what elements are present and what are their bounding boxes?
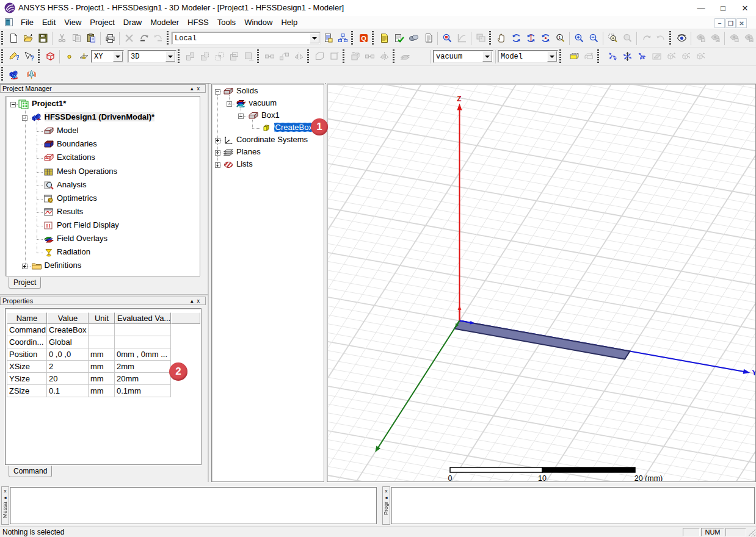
- coordinate-system-combo[interactable]: Local: [172, 32, 321, 45]
- draw-plane-button[interactable]: [77, 49, 91, 64]
- antenna-toolkit-button[interactable]: [24, 67, 38, 82]
- toolbar-grip[interactable]: [343, 49, 345, 64]
- prop-position-value[interactable]: 0 ,0 ,0: [47, 348, 89, 361]
- modeler-tree-item-createbox[interactable]: CreateBox: [274, 123, 314, 132]
- save-button[interactable]: [36, 31, 50, 46]
- print-button[interactable]: [103, 31, 117, 46]
- toolbar-grip[interactable]: [38, 49, 40, 64]
- move-button[interactable]: [606, 49, 620, 64]
- prop-coordin-value[interactable]: Global: [47, 336, 89, 348]
- drawing-plane-combo[interactable]: XY: [91, 50, 124, 63]
- project-tree-item-mesh-operations[interactable]: Mesh Operations: [57, 167, 117, 176]
- project-tree-item-definitions[interactable]: Definitions: [45, 261, 82, 270]
- hide-selection-all-button[interactable]: [708, 31, 722, 46]
- box-orient-2-button[interactable]: [679, 49, 693, 64]
- toolbar-grip[interactable]: [1, 49, 4, 64]
- menu-draw[interactable]: Draw: [119, 16, 146, 28]
- edit-notes-button[interactable]: [377, 31, 391, 46]
- window-maximize-button[interactable]: □: [712, 0, 734, 16]
- menu-file[interactable]: File: [16, 16, 38, 28]
- menu-hfss[interactable]: HFSS: [183, 16, 213, 28]
- message-manager-titlebar[interactable]: x ◄ Messa: [1, 486, 9, 525]
- draw-point-button[interactable]: [62, 49, 76, 64]
- toolbar-grip[interactable]: [597, 49, 600, 64]
- prop-command-unit[interactable]: [89, 324, 115, 336]
- prop-position-unit[interactable]: mm: [89, 348, 115, 361]
- project-tree-item-analysis[interactable]: Analysis: [57, 180, 86, 189]
- toolbar-grip[interactable]: [1, 67, 4, 82]
- mirror-duplicate-button[interactable]: [377, 49, 391, 64]
- boolean-subtract-button[interactable]: [198, 49, 212, 64]
- properties-close-icon[interactable]: x: [197, 298, 204, 304]
- menu-window[interactable]: Window: [240, 16, 277, 28]
- duplicate-mirror-button[interactable]: [292, 49, 306, 64]
- modeler-tree-item-coordinate-systems[interactable]: Coordinate Systems: [236, 135, 308, 144]
- message-manager-collapse-icon[interactable]: ◄: [2, 494, 9, 501]
- undo-button[interactable]: [137, 31, 151, 46]
- window-minimize-button[interactable]: —: [690, 0, 712, 16]
- left-horizontal-splitter[interactable]: [0, 294, 208, 295]
- mdi-restore-button[interactable]: ❐: [725, 18, 736, 28]
- paste-button[interactable]: [84, 31, 98, 46]
- properties-col-unit[interactable]: Unit: [89, 312, 115, 324]
- properties-col-blank[interactable]: [171, 312, 200, 324]
- project-tree-item-hfssdesign1-drivenmodal[interactable]: HFSSDesign1 (DrivenModal)*: [45, 112, 155, 121]
- tree-expander-minus-icon[interactable]: [10, 102, 16, 107]
- menu-view[interactable]: View: [60, 16, 85, 28]
- project-tab[interactable]: Project: [9, 277, 41, 289]
- toolbar-grip[interactable]: [167, 31, 169, 46]
- rotate-screen-center-button[interactable]: [539, 31, 553, 46]
- zoom-button[interactable]: [553, 31, 567, 46]
- boolean-intersect-button[interactable]: [213, 49, 227, 64]
- fit-view-button[interactable]: [620, 31, 634, 46]
- modeler-tree-item-planes[interactable]: Planes: [236, 147, 261, 156]
- rotate-button[interactable]: [620, 49, 634, 64]
- project-tree-item-port-field-display[interactable]: Port Field Display: [57, 220, 119, 229]
- menu-edit[interactable]: Edit: [38, 16, 60, 28]
- project-manager-header[interactable]: Project Manager ▴x: [0, 84, 206, 93]
- copy-button[interactable]: [70, 31, 84, 46]
- toolbar-grip[interactable]: [669, 31, 672, 46]
- project-manager-collapse-icon[interactable]: ▴: [191, 85, 197, 92]
- view-redo-button[interactable]: [654, 31, 668, 46]
- progress-titlebar[interactable]: x ◄ Progr: [382, 486, 390, 525]
- project-tree-item-results[interactable]: Results: [57, 207, 83, 216]
- resize-grip[interactable]: [748, 529, 755, 536]
- toolbar-grip[interactable]: [257, 49, 260, 64]
- boolean-imprint-button[interactable]: [227, 49, 241, 64]
- dropdown-arrow-icon[interactable]: [113, 51, 123, 62]
- viewport-3d-scene[interactable]: YZ01020 (mm): [328, 85, 755, 481]
- properties-col-value[interactable]: Value: [47, 312, 89, 324]
- zoom-in-button[interactable]: [572, 31, 586, 46]
- help-wizard-button[interactable]: [7, 49, 21, 64]
- project-tree-button[interactable]: [336, 31, 350, 46]
- analyze-all-button[interactable]: [407, 31, 421, 46]
- dropdown-arrow-icon[interactable]: [547, 51, 557, 62]
- menu-help[interactable]: Help: [277, 16, 302, 28]
- view-undo-button[interactable]: [639, 31, 653, 46]
- pan-button[interactable]: [495, 31, 509, 46]
- modeler-tree-item-box1[interactable]: Box1: [261, 110, 280, 120]
- dropdown-arrow-icon[interactable]: [482, 51, 492, 62]
- modeler-tree-item-lists[interactable]: Lists: [236, 159, 253, 168]
- modeler-tree-item-vacuum[interactable]: vacuum: [249, 98, 277, 107]
- properties-window-button[interactable]: [321, 31, 335, 46]
- rotate-model-center-button[interactable]: [509, 31, 523, 46]
- menu-tools[interactable]: Tools: [213, 16, 240, 28]
- project-tree-item-excitations[interactable]: Excitations: [57, 153, 95, 162]
- properties-col-name[interactable]: Name: [7, 312, 47, 324]
- section-button[interactable]: [398, 49, 412, 64]
- prop-xsize-value[interactable]: 2: [47, 361, 89, 373]
- sweep-button[interactable]: [327, 49, 341, 64]
- dropdown-arrow-icon[interactable]: [310, 33, 319, 43]
- zoom-window-button[interactable]: [606, 31, 620, 46]
- toolbar-grip[interactable]: [307, 49, 310, 64]
- project-tree-item-radiation[interactable]: Radiation: [57, 247, 90, 256]
- toolbar-grip[interactable]: [489, 31, 492, 46]
- optimetrics-button[interactable]: [440, 31, 454, 46]
- movement-mode-combo[interactable]: 3D: [128, 50, 176, 63]
- properties-header[interactable]: Properties ▴x: [0, 297, 206, 305]
- box-orient-1-button[interactable]: [664, 49, 678, 64]
- progress-collapse-icon[interactable]: ◄: [383, 494, 390, 501]
- progress-close-icon[interactable]: x: [383, 488, 390, 494]
